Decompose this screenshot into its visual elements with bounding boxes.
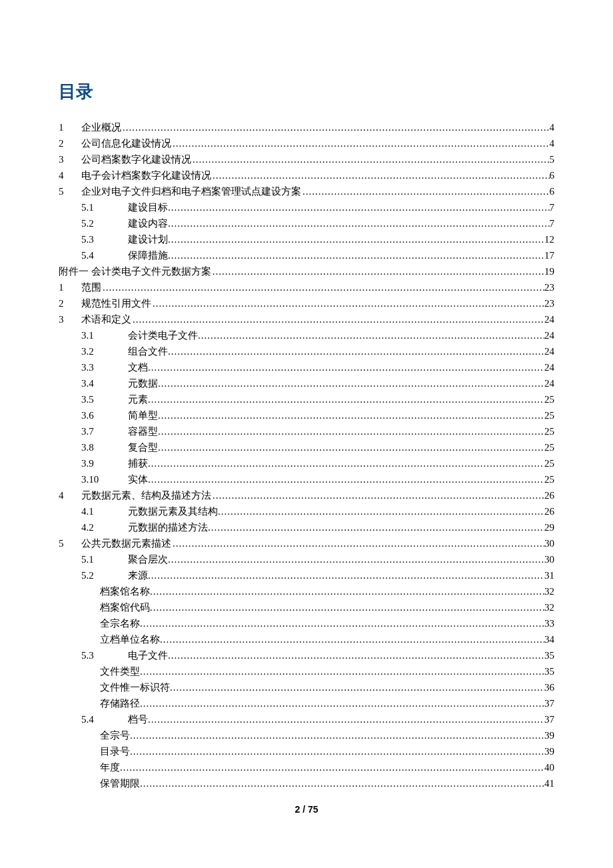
- entry-page: 24: [544, 311, 554, 327]
- entry-page: 17: [544, 247, 554, 263]
- toc-entry[interactable]: 5.1聚合层次30: [59, 551, 554, 567]
- entry-title: 文档: [128, 359, 148, 375]
- toc-entry[interactable]: 全宗名称33: [59, 615, 554, 631]
- toc-entry[interactable]: 文件类型35: [59, 663, 554, 679]
- dot-leader: [140, 663, 544, 679]
- toc-entry[interactable]: 保管期限41: [59, 775, 554, 791]
- entry-page: 32: [544, 583, 554, 599]
- dot-leader: [120, 759, 544, 775]
- entry-subnumber: 5.4: [81, 247, 128, 263]
- entry-page: 40: [544, 759, 554, 775]
- dot-leader: [148, 391, 544, 407]
- toc-entry[interactable]: 5.2建设内容7: [59, 215, 554, 231]
- dot-leader: [150, 583, 544, 599]
- entry-page: 26: [544, 487, 554, 503]
- dot-leader: [198, 327, 544, 343]
- toc-entry[interactable]: 5.3电子文件35: [59, 647, 554, 663]
- entry-subnumber: 5.4: [81, 711, 128, 727]
- entry-page: 5: [550, 151, 555, 167]
- entry-page: 23: [544, 279, 554, 295]
- entry-number: 3: [59, 311, 81, 327]
- dot-leader: [158, 439, 544, 455]
- entry-page: 25: [544, 407, 554, 423]
- toc-entry[interactable]: 4元数据元素、结构及描述方法26: [59, 487, 554, 503]
- dot-leader: [103, 279, 544, 295]
- entry-title: 年度: [100, 759, 120, 775]
- toc-entry[interactable]: 5.3建设计划12: [59, 231, 554, 247]
- entry-subnumber: 3.7: [81, 423, 128, 439]
- toc-entry[interactable]: 5.4档号37: [59, 711, 554, 727]
- entry-title: 附件一 会计类电子文件元数据方案: [59, 263, 211, 279]
- toc-entry[interactable]: 2规范性引用文件23: [59, 295, 554, 311]
- toc-entry[interactable]: 3.7容器型25: [59, 423, 554, 439]
- toc-entry[interactable]: 3.10实体25: [59, 471, 554, 487]
- dot-leader: [150, 599, 544, 615]
- toc-entry[interactable]: 文件惟一标识符36: [59, 679, 554, 695]
- dot-leader: [193, 151, 550, 167]
- toc-entry[interactable]: 5.4保障措施17: [59, 247, 554, 263]
- toc-entry[interactable]: 目录号39: [59, 743, 554, 759]
- entry-subnumber: 5.2: [81, 215, 128, 231]
- entry-title: 元数据: [128, 375, 158, 391]
- dot-leader: [168, 647, 544, 663]
- toc-entry[interactable]: 4电子会计档案数字化建设情况6: [59, 167, 554, 183]
- page-body: 目录 1企业概况42公司信息化建设情况43公司档案数字化建设情况54电子会计档案…: [0, 0, 613, 818]
- toc-entry[interactable]: 4.2元数据的描述方法29: [59, 519, 554, 535]
- dot-leader: [170, 679, 544, 695]
- entry-title: 公司档案数字化建设情况: [81, 151, 191, 167]
- entry-title: 保障措施: [128, 247, 168, 263]
- entry-title: 目录号: [100, 743, 130, 759]
- toc-entry[interactable]: 3.9捕获25: [59, 455, 554, 471]
- entry-number: 5: [59, 535, 81, 551]
- entry-page: 37: [544, 711, 554, 727]
- entry-page: 12: [544, 231, 554, 247]
- toc-entry[interactable]: 3.6简单型25: [59, 407, 554, 423]
- toc-entry[interactable]: 全宗号39: [59, 727, 554, 743]
- dot-leader: [158, 423, 544, 439]
- toc-entry[interactable]: 5.1建设目标7: [59, 199, 554, 215]
- toc-entry[interactable]: 5公共元数据元素描述30: [59, 535, 554, 551]
- toc-entry[interactable]: 5企业对电子文件归档和电子档案管理试点建设方案6: [59, 183, 554, 199]
- toc-entry[interactable]: 3.1会计类电子文件24: [59, 327, 554, 343]
- toc-entry[interactable]: 3.8复合型25: [59, 439, 554, 455]
- entry-subnumber: 4.2: [81, 519, 128, 535]
- entry-title: 档案馆名称: [100, 583, 150, 599]
- toc-entry[interactable]: 3.3文档24: [59, 359, 554, 375]
- entry-title: 全宗号: [100, 727, 130, 743]
- entry-number: 4: [59, 167, 81, 183]
- dot-leader: [158, 407, 544, 423]
- toc-entry[interactable]: 1企业概况4: [59, 119, 554, 135]
- dot-leader: [148, 359, 544, 375]
- dot-leader: [213, 167, 550, 183]
- toc-entry[interactable]: 2公司信息化建设情况4: [59, 135, 554, 151]
- entry-title: 来源: [128, 567, 148, 583]
- toc-entry[interactable]: 3.2组合文件24: [59, 343, 554, 359]
- entry-subnumber: 3.9: [81, 455, 128, 471]
- entry-title: 公司信息化建设情况: [81, 135, 171, 151]
- entry-page: 34: [544, 631, 554, 647]
- entry-number: 2: [59, 135, 81, 151]
- entry-title: 建设目标: [128, 199, 168, 215]
- toc-entry[interactable]: 1范围23: [59, 279, 554, 295]
- toc-entry[interactable]: 3公司档案数字化建设情况5: [59, 151, 554, 167]
- entry-page: 6: [550, 167, 555, 183]
- dot-leader: [208, 519, 544, 535]
- entry-page: 39: [544, 743, 554, 759]
- toc-entry[interactable]: 4.1元数据元素及其结构26: [59, 503, 554, 519]
- entry-page: 4: [550, 119, 555, 135]
- toc-entry[interactable]: 附件一 会计类电子文件元数据方案19: [59, 263, 554, 279]
- entry-title: 建设计划: [128, 231, 168, 247]
- toc-entry[interactable]: 立档单位名称34: [59, 631, 554, 647]
- entry-title: 电子会计档案数字化建设情况: [81, 167, 211, 183]
- toc-entry[interactable]: 存储路径37: [59, 695, 554, 711]
- entry-title: 档号: [128, 711, 148, 727]
- toc-entry[interactable]: 3术语和定义24: [59, 311, 554, 327]
- dot-leader: [123, 119, 550, 135]
- toc-entry[interactable]: 档案馆代码32: [59, 599, 554, 615]
- toc-entry[interactable]: 3.5元素25: [59, 391, 554, 407]
- toc-entry[interactable]: 档案馆名称32: [59, 583, 554, 599]
- toc-entry[interactable]: 3.4元数据24: [59, 375, 554, 391]
- toc-entry[interactable]: 年度40: [59, 759, 554, 775]
- toc-entry[interactable]: 5.2来源31: [59, 567, 554, 583]
- entry-page: 19: [544, 263, 554, 279]
